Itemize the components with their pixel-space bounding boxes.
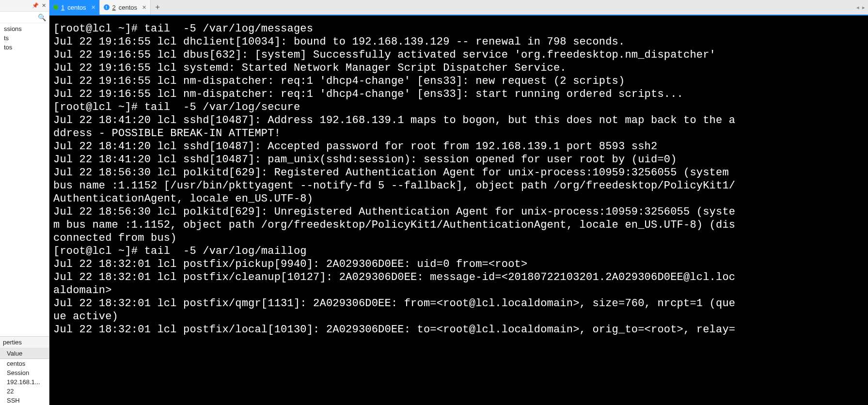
tab-centos-2[interactable]: ! 2 centos ✕ <box>100 0 151 15</box>
tab-number: 1 <box>61 4 64 11</box>
prop-row[interactable]: SSH <box>0 396 49 405</box>
properties-panel: perties Value centos Session 192.168.1..… <box>0 336 49 405</box>
close-icon[interactable]: ✕ <box>142 4 146 11</box>
tab-label: centos <box>119 4 137 11</box>
sidebar-search[interactable]: 🔍 <box>0 12 49 23</box>
tab-bar: 1 centos ✕ ! 2 centos ✕ + ◂ ▸ <box>49 0 868 16</box>
new-tab-button[interactable]: + <box>151 0 164 15</box>
tree-item[interactable]: ts <box>0 33 49 43</box>
sidebar: 📌 ✕ 🔍 ssions ts tos perties Value centos… <box>0 0 49 405</box>
status-info-icon: ! <box>104 4 110 10</box>
scroll-right-icon[interactable]: ▸ <box>862 4 865 11</box>
tab-label: centos <box>67 4 86 11</box>
prop-row[interactable]: centos <box>0 359 49 369</box>
tab-centos-1[interactable]: 1 centos ✕ <box>49 0 100 15</box>
properties-col-value: Value <box>0 348 49 359</box>
status-dot-connected-icon <box>53 5 58 10</box>
properties-header: perties <box>0 337 49 348</box>
tab-scroll-controls: ◂ ▸ <box>853 0 868 15</box>
close-icon[interactable]: ✕ <box>42 2 46 9</box>
properties-table: Value centos Session 192.168.1... 22 SSH <box>0 348 49 405</box>
pin-icon[interactable]: 📌 <box>32 2 39 9</box>
close-icon[interactable]: ✕ <box>91 4 95 11</box>
prop-row[interactable]: 192.168.1... <box>0 377 49 387</box>
tree-item[interactable]: tos <box>0 43 49 52</box>
session-tree: ssions ts tos <box>0 23 49 336</box>
main-area: 1 centos ✕ ! 2 centos ✕ + ◂ ▸ [root@lcl … <box>49 0 868 405</box>
search-icon: 🔍 <box>38 14 46 21</box>
scroll-left-icon[interactable]: ◂ <box>856 4 859 11</box>
app-root: 📌 ✕ 🔍 ssions ts tos perties Value centos… <box>0 0 868 405</box>
prop-row[interactable]: Session <box>0 368 49 377</box>
tab-number: 2 <box>112 4 116 11</box>
tree-item[interactable]: ssions <box>0 24 49 33</box>
prop-row[interactable]: 22 <box>0 387 49 396</box>
terminal-output[interactable]: [root@lcl ~]# tail -5 /var/log/messages … <box>49 16 868 405</box>
sidebar-titlebar: 📌 ✕ <box>0 0 49 12</box>
